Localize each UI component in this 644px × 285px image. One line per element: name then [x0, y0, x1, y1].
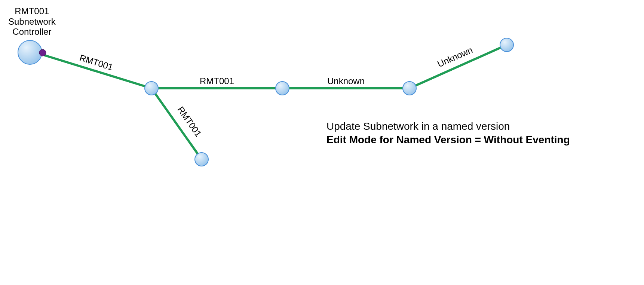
- edge-label-1: RMT001: [79, 53, 114, 73]
- node-n6: [500, 38, 513, 52]
- node-n3: [195, 153, 208, 166]
- node-n5: [403, 82, 416, 95]
- description-line-2: Edit Mode for Named Version = Without Ev…: [326, 134, 570, 146]
- controller-port: [39, 49, 46, 56]
- node-n4: [276, 82, 289, 95]
- node-n2: [145, 82, 158, 95]
- node-controller: [18, 40, 42, 64]
- description-line-1: Update Subnetwork in a named version: [326, 120, 570, 132]
- edge-label-3: RMT001: [176, 105, 204, 139]
- controller-label: RMT001 Subnetwork Controller: [8, 6, 56, 37]
- description-block: Update Subnetwork in a named version Edi…: [326, 120, 570, 146]
- edge-label-4: Unknown: [327, 76, 365, 86]
- edge-label-2: RMT001: [200, 76, 234, 86]
- edge-label-5: Unknown: [436, 45, 474, 69]
